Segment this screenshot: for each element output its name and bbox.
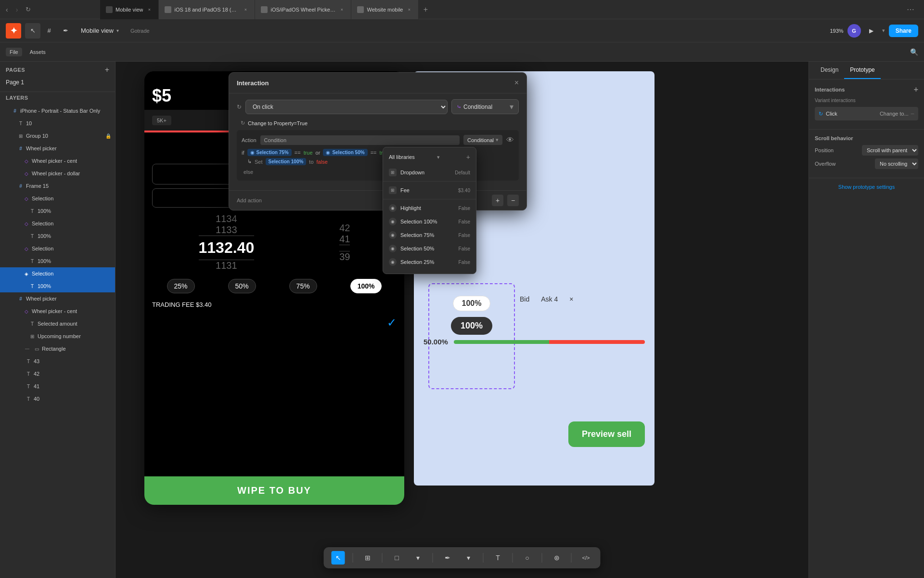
add-item-button[interactable]: + — [492, 195, 503, 206]
pct-50-button[interactable]: 50% — [228, 279, 256, 293]
dropdown-item-fee[interactable]: ⊞ Fee $3.40 — [383, 184, 476, 197]
pct-badge-100-filled[interactable]: 100% — [451, 317, 492, 335]
layer-wheel-picker-2[interactable]: # Wheel picker — [0, 292, 115, 305]
layer-selection-3[interactable]: ◇ Selection — [0, 242, 115, 255]
dropdown-item-sel100[interactable]: ◉ Selection 100% False — [383, 215, 476, 228]
layer-iphone-frame[interactable]: # iPhone - Portrait - Status Bar Only — [0, 105, 115, 117]
design-tab[interactable]: Design — [815, 62, 844, 79]
ellipse-tool-button[interactable]: ▾ — [411, 551, 425, 565]
layer-42[interactable]: T 42 — [0, 368, 115, 380]
forward-icon[interactable]: › — [14, 4, 20, 15]
layer-upcoming-number[interactable]: ⊞ Upcoming number — [0, 330, 115, 342]
condition-eye-icon[interactable]: 👁 — [506, 136, 514, 144]
layer-100pct-2[interactable]: T 100% — [0, 230, 115, 242]
browser-tab-3[interactable]: iOS/iPadOS Wheel Picker v1.0 (Comm... × — [255, 0, 351, 19]
condition-badge-1[interactable]: ◉ Selection 75% — [247, 149, 292, 156]
layer-43[interactable]: T 43 — [0, 355, 115, 368]
pct-75-button[interactable]: 75% — [289, 279, 317, 293]
browser-tab-2[interactable]: iOS 18 and iPadOS 18 (Community) × — [159, 0, 255, 19]
layer-wheel-cent[interactable]: ◇ Wheel picker - cent — [0, 155, 115, 167]
tab-close-3[interactable]: × — [338, 6, 345, 13]
layer-100pct-selected[interactable]: T 100% — [0, 280, 115, 292]
position-select[interactable]: Scroll with parent — [862, 145, 918, 156]
layer-group10[interactable]: ⊞ Group 10 🔒 — [0, 130, 115, 142]
nav-file[interactable]: File — [6, 48, 22, 56]
tab-close-2[interactable]: × — [242, 6, 249, 13]
layer-rectangle[interactable]: — ▭ Rectangle — [0, 342, 115, 355]
frame-tool-button[interactable]: # — [41, 23, 57, 39]
layer-40[interactable]: T 40 — [0, 393, 115, 405]
pct-badge-100-outline[interactable]: 100% — [453, 296, 491, 311]
dropdown-chevron-icon[interactable]: ▾ — [437, 154, 440, 160]
new-tab-button[interactable]: + — [419, 3, 432, 16]
text-tool-button[interactable]: T — [491, 551, 505, 565]
pen-tool-button[interactable]: ✒ — [58, 23, 73, 39]
show-prototype-settings-button[interactable]: Show prototype settings — [815, 184, 918, 190]
dropdown-item-sel75-value: False — [459, 233, 470, 238]
rect-tool-button[interactable]: □ — [390, 551, 404, 565]
cursor-tool-button[interactable]: ↖ — [332, 551, 345, 565]
layer-wheel-cent-2[interactable]: ◇ Wheel picker - cent — [0, 305, 115, 317]
page-1-item[interactable]: Page 1 — [6, 77, 109, 88]
frame-icon: # — [12, 107, 18, 114]
tab-close-4[interactable]: × — [406, 6, 412, 13]
dropdown-sel100-icon: ◉ — [389, 218, 397, 225]
tab-close-1[interactable]: × — [146, 6, 153, 13]
dropdown-item-highlight[interactable]: ◉ Highlight False — [383, 201, 476, 215]
pen-tool-dropdown[interactable]: ▾ — [462, 551, 475, 565]
add-action-link[interactable]: Add action — [237, 197, 262, 203]
browser-tab-1[interactable]: Mobile view × — [100, 0, 159, 19]
component-tool-button[interactable]: ⊛ — [550, 551, 564, 565]
user-avatar[interactable]: G — [847, 24, 861, 38]
ellipse-tool-button-2[interactable]: ○ — [521, 551, 534, 565]
reload-icon[interactable]: ↻ — [24, 4, 33, 15]
modal-close-button[interactable]: × — [514, 79, 519, 87]
interaction-delete-icon[interactable]: − — [911, 110, 914, 118]
dropdown-item-sel75[interactable]: ◉ Selection 75% False — [383, 228, 476, 242]
pen-tool-button-bottom[interactable]: ✒ — [441, 551, 454, 565]
back-icon[interactable]: ‹ — [4, 4, 10, 15]
layer-selection-2[interactable]: ◇ Selection — [0, 217, 115, 230]
page-title-area[interactable]: Mobile view ▾ — [77, 25, 123, 36]
toolbar-separator-6 — [542, 553, 542, 563]
properties-dropdown[interactable]: All libraries ▾ + ⊞ Dropdown Default ⊞ F… — [383, 147, 476, 274]
dropdown-item-dropdown[interactable]: ⊞ Dropdown Default — [383, 166, 476, 179]
share-button[interactable]: Share — [889, 25, 918, 37]
remove-item-button[interactable]: − — [507, 195, 519, 206]
layer-100pct-1[interactable]: T 100% — [0, 205, 115, 217]
dropdown-item-sel25[interactable]: ◉ Selection 25% False — [383, 255, 476, 269]
layer-frame15[interactable]: # Frame 15 — [0, 180, 115, 192]
play-button[interactable]: ▶ — [865, 24, 878, 38]
present-dropdown-icon[interactable]: ▾ — [882, 27, 885, 34]
pct-100-button[interactable]: 100% — [350, 279, 382, 293]
set-property-badge[interactable]: Selection 100% — [266, 158, 307, 165]
condition-badge-2[interactable]: ◉ Selection 50% — [323, 149, 367, 156]
search-button[interactable]: 🔍 — [910, 48, 918, 56]
layer-wheel-dollar[interactable]: ◇ Wheel picker - dollar — [0, 167, 115, 180]
interaction-click-item[interactable]: ↻ Click Change to... − — [815, 107, 918, 120]
layer-selection-1[interactable]: ◇ Selection — [0, 192, 115, 205]
layer-41[interactable]: T 41 — [0, 380, 115, 393]
code-tool-button[interactable]: </> — [579, 551, 593, 565]
layer-wheel-picker[interactable]: # Wheel picker — [0, 142, 115, 155]
move-tool-button[interactable]: ↖ — [25, 23, 40, 39]
dropdown-item-sel50[interactable]: ◉ Selection 50% False — [383, 242, 476, 255]
layer-10[interactable]: T 10 — [0, 117, 115, 130]
browser-menu-icon[interactable]: ⋯ — [907, 5, 914, 14]
add-page-button[interactable]: + — [105, 66, 109, 74]
preview-sell-button[interactable]: Preview sell — [568, 421, 645, 447]
layer-selection-4-selected[interactable]: ◈ Selection — [0, 267, 115, 280]
pct-25-button[interactable]: 25% — [167, 279, 195, 293]
condition-2-label: Selection 50% — [332, 150, 364, 155]
browser-tab-4[interactable]: Website mobile × — [351, 0, 419, 19]
frame-tool-button-bottom[interactable]: ⊞ — [361, 551, 374, 565]
figma-logo-button[interactable]: ✦ — [6, 23, 21, 39]
add-interaction-icon[interactable]: + — [914, 85, 918, 94]
layer-selected-amount[interactable]: T Selected amount — [0, 317, 115, 330]
layer-100pct-3[interactable]: T 100% — [0, 255, 115, 267]
prototype-tab[interactable]: Prototype — [844, 62, 880, 79]
nav-assets[interactable]: Assets — [26, 48, 50, 56]
overflow-select[interactable]: No scrolling — [875, 158, 918, 169]
add-property-icon[interactable]: + — [466, 153, 470, 161]
trigger-select[interactable]: On click — [245, 100, 448, 114]
